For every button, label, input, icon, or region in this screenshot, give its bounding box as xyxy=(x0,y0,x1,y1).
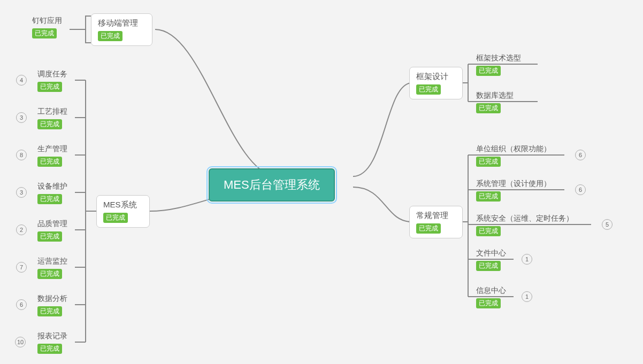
leaf-title: 单位组织（权限功能） xyxy=(476,144,551,154)
status-badge: 已完成 xyxy=(416,223,441,234)
branch-mes-title: MES系统 xyxy=(103,200,143,210)
leaf-mes-3[interactable]: 设备维护 已完成 xyxy=(37,182,67,204)
leaf-mes-5[interactable]: 运营监控 已完成 xyxy=(37,257,67,279)
status-badge: 已完成 xyxy=(416,84,441,95)
count-badge: 1 xyxy=(522,254,532,265)
count-badge: 3 xyxy=(16,187,27,198)
leaf-title: 调度任务 xyxy=(37,69,67,79)
status-badge: 已完成 xyxy=(98,31,123,41)
branch-mobile-title: 移动端管理 xyxy=(98,18,146,28)
count-badge: 6 xyxy=(575,184,586,195)
branch-frame-title: 框架设计 xyxy=(416,72,456,82)
leaf-title: 文件中心 xyxy=(476,249,506,258)
status-badge: 已完成 xyxy=(476,261,501,271)
leaf-title: 数据库选型 xyxy=(476,91,514,100)
count-badge: 6 xyxy=(16,299,27,310)
leaf-mes-4[interactable]: 品质管理 已完成 xyxy=(37,219,67,242)
leaf-mes-2[interactable]: 生产管理 已完成 xyxy=(37,144,67,167)
leaf-frame-0[interactable]: 框架技术选型 已完成 xyxy=(476,53,521,76)
count-badge: 1 xyxy=(522,291,532,302)
mindmap-canvas: { "root": { "title": "MES后台管理系统" }, "sta… xyxy=(0,0,643,364)
leaf-mobile-0[interactable]: 钉钉应用 已完成 xyxy=(32,16,62,38)
status-badge: 已完成 xyxy=(37,119,62,129)
leaf-routine-4[interactable]: 信息中心 已完成 xyxy=(476,286,506,308)
leaf-mes-1[interactable]: 工艺排程 已完成 xyxy=(37,107,67,129)
leaf-title: 数据分析 xyxy=(37,294,67,304)
status-badge: 已完成 xyxy=(37,82,62,92)
leaf-title: 工艺排程 xyxy=(37,107,67,117)
leaf-frame-1[interactable]: 数据库选型 已完成 xyxy=(476,91,514,113)
count-badge: 4 xyxy=(16,75,27,86)
status-badge: 已完成 xyxy=(37,231,62,242)
leaf-routine-2[interactable]: 系统安全（运维、定时任务） 已完成 xyxy=(476,214,573,236)
branch-mobile[interactable]: 移动端管理 已完成 xyxy=(91,13,152,46)
branch-routine[interactable]: 常规管理 已完成 xyxy=(409,206,463,238)
status-badge: 已完成 xyxy=(103,213,128,223)
status-badge: 已完成 xyxy=(32,28,57,38)
leaf-title: 运营监控 xyxy=(37,257,67,266)
root-title: MES后台管理系统 xyxy=(224,178,320,191)
count-badge: 10 xyxy=(15,337,26,347)
leaf-routine-1[interactable]: 系统管理（设计使用） 已完成 xyxy=(476,179,551,202)
leaf-title: 钉钉应用 xyxy=(32,16,62,26)
leaf-title: 框架技术选型 xyxy=(476,53,521,63)
status-badge: 已完成 xyxy=(476,226,501,236)
branch-mes[interactable]: MES系统 已完成 xyxy=(96,195,150,228)
count-badge: 5 xyxy=(602,219,613,230)
leaf-title: 系统管理（设计使用） xyxy=(476,179,551,189)
count-badge: 2 xyxy=(16,224,27,235)
branch-frame[interactable]: 框架设计 已完成 xyxy=(409,67,463,99)
status-badge: 已完成 xyxy=(37,344,62,354)
leaf-mes-7[interactable]: 报表记录 已完成 xyxy=(37,331,67,354)
leaf-title: 品质管理 xyxy=(37,219,67,229)
count-badge: 3 xyxy=(16,112,27,123)
leaf-mes-0[interactable]: 调度任务 已完成 xyxy=(37,69,67,92)
count-badge: 7 xyxy=(16,262,27,273)
status-badge: 已完成 xyxy=(37,194,62,204)
leaf-title: 信息中心 xyxy=(476,286,506,296)
root-node[interactable]: MES后台管理系统 xyxy=(209,168,335,202)
leaf-routine-0[interactable]: 单位组织（权限功能） 已完成 xyxy=(476,144,551,167)
leaf-title: 报表记录 xyxy=(37,331,67,341)
status-badge: 已完成 xyxy=(37,306,62,316)
branch-routine-title: 常规管理 xyxy=(416,211,456,221)
leaf-mes-6[interactable]: 数据分析 已完成 xyxy=(37,294,67,316)
status-badge: 已完成 xyxy=(476,103,501,113)
count-badge: 8 xyxy=(16,150,27,160)
count-badge: 6 xyxy=(575,150,586,160)
status-badge: 已完成 xyxy=(476,66,501,76)
status-badge: 已完成 xyxy=(476,157,501,167)
leaf-title: 生产管理 xyxy=(37,144,67,154)
status-badge: 已完成 xyxy=(476,191,501,202)
status-badge: 已完成 xyxy=(37,269,62,279)
leaf-routine-3[interactable]: 文件中心 已完成 xyxy=(476,249,506,271)
leaf-title: 设备维护 xyxy=(37,182,67,191)
status-badge: 已完成 xyxy=(37,157,62,167)
leaf-title: 系统安全（运维、定时任务） xyxy=(476,214,573,223)
status-badge: 已完成 xyxy=(476,298,501,308)
